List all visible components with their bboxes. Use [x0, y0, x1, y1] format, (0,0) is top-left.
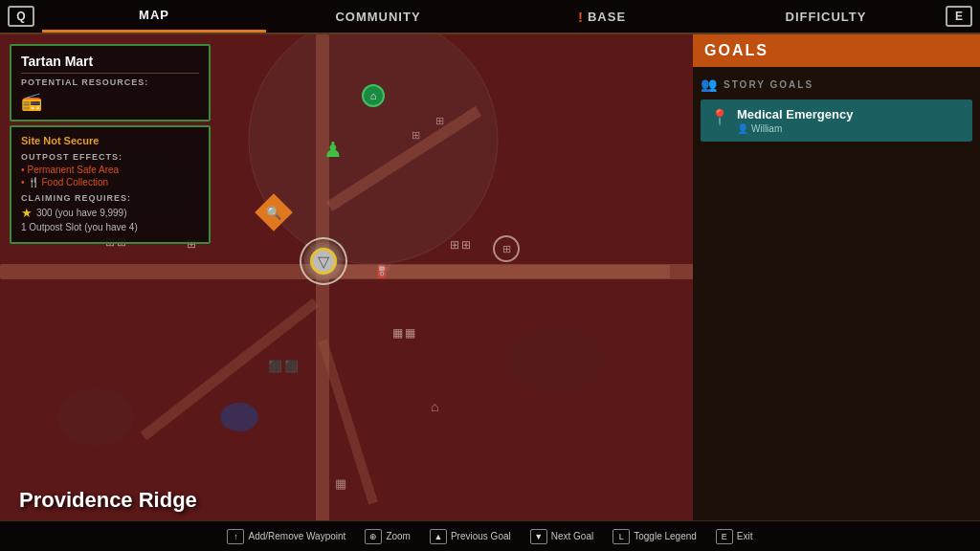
claim-outpost-slot: 1 Outpost Slot (you have 4) — [21, 222, 199, 232]
circular-building: ⊞ — [493, 235, 520, 262]
player-direction-arrow: ▽ — [318, 253, 329, 271]
bullet-icon: • — [21, 177, 25, 187]
next-goal-label: Next Goal — [551, 531, 593, 541]
svg-point-10 — [57, 388, 134, 446]
waypoint-label: Add/Remove Waypoint — [248, 531, 345, 541]
goal-pin-icon: 📍 — [710, 108, 729, 126]
waypoint-key: ↑ — [227, 529, 244, 544]
svg-point-11 — [220, 403, 258, 431]
bottom-navigation: ↑ Add/Remove Waypoint ⊕ Zoom ▲ Previous … — [0, 520, 980, 551]
location-info-box: Tartan Mart POTENTIAL RESOURCES: 📻 — [10, 44, 211, 121]
exit-label: Exit — [737, 531, 753, 541]
building-interior-icon: ⊞ — [502, 243, 511, 255]
rv-icon: ⬛ — [268, 360, 282, 373]
star-icon: ★ — [21, 206, 33, 220]
people-icon: 👥 — [701, 77, 719, 92]
toggle-legend-label: Toggle Legend — [634, 531, 697, 541]
goals-panel: GOALS 👥 STORY GOALS 📍 Medical Emergency … — [693, 34, 980, 520]
rv-cluster: ⬛ ⬛ — [268, 360, 299, 373]
prev-goal-label: Previous Goal — [451, 531, 511, 541]
map-label-cluster-2: ⊞ — [435, 111, 444, 128]
outpost-effects-label: OUTPOST EFFECTS: — [21, 152, 199, 162]
rv-icon: ⬛ — [284, 360, 299, 373]
goal-item-medical[interactable]: 📍 Medical Emergency 👤 William — [701, 99, 972, 142]
zoom-key-icon: ⊕ — [369, 532, 377, 541]
goal-title: Medical Emergency — [737, 107, 853, 121]
fuel-icon: ⛽ — [376, 264, 391, 278]
structure-icon: ▦ — [335, 476, 346, 491]
person-map-icon: ♟ — [323, 138, 343, 163]
map-label-cluster: ⊞ — [412, 125, 420, 143]
label-icon-2: ⊞ — [435, 115, 444, 126]
claim-influence: ★ 300 (you have 9,999) — [21, 206, 199, 220]
outpost-info-box: Site Not Secure OUTPOST EFFECTS: • Perma… — [10, 125, 211, 244]
bottom-prev-goal[interactable]: ▲ Previous Goal — [430, 529, 511, 544]
effect-safe-area: • Permanent Safe Area — [21, 165, 199, 175]
tab-difficulty[interactable]: Difficulty — [714, 0, 938, 33]
next-goal-key-icon: ▼ — [534, 532, 543, 541]
site-status: Site Not Secure — [21, 135, 199, 146]
food-icon: 🍴 — [28, 177, 39, 187]
location-name: Tartan Mart — [21, 54, 199, 69]
prev-goal-key: ▲ — [430, 529, 447, 544]
toggle-legend-key: L — [612, 529, 630, 544]
resources-label: POTENTIAL RESOURCES: — [21, 77, 199, 87]
building-icon: ⊞ — [461, 238, 471, 252]
goal-person: 👤 William — [737, 123, 853, 134]
claiming-section: CLAIMING REQUIRES: ★ 300 (you have 9,999… — [21, 193, 199, 232]
left-panel: Tartan Mart POTENTIAL RESOURCES: 📻 Site … — [10, 44, 211, 244]
building-cluster-4: ▦ ▦ — [392, 326, 415, 340]
store-icon: ▦ — [405, 326, 415, 340]
zoom-key: ⊕ — [365, 529, 382, 544]
e-key[interactable]: E — [946, 6, 972, 27]
bottom-zoom: ⊕ Zoom — [365, 529, 411, 544]
goal-text: Medical Emergency 👤 William — [737, 107, 853, 134]
player-marker: ▽ — [300, 237, 347, 285]
tab-community[interactable]: Community — [266, 0, 490, 33]
resource-icon-radio: 📻 — [21, 91, 199, 112]
search-icon: 🔍 — [266, 206, 281, 220]
label-icon: ⊞ — [412, 129, 420, 141]
person-icon: 👤 — [737, 123, 748, 134]
story-goals-label: 👥 STORY GOALS — [701, 77, 972, 92]
player-inner: ▽ — [310, 248, 337, 275]
map-location-name: Providence Ridge — [19, 488, 197, 513]
house-icon-map: ⌂ — [431, 398, 438, 415]
bottom-waypoint: ↑ Add/Remove Waypoint — [227, 529, 345, 544]
zoom-label: Zoom — [386, 531, 411, 541]
exit-key: E — [716, 529, 733, 544]
divider — [21, 73, 199, 74]
radio-icon: 📻 — [21, 92, 42, 111]
fuel-icon-map: ⛽ — [376, 262, 391, 279]
next-goal-key: ▼ — [530, 529, 547, 544]
base-marker[interactable]: ⌂ — [362, 84, 385, 107]
waypoint-key-icon: ↑ — [234, 532, 238, 541]
building-cluster-3: ⊞ ⊞ — [450, 238, 471, 252]
goals-header: GOALS — [693, 34, 980, 67]
house-icon: ⌂ — [431, 399, 438, 414]
svg-point-9 — [507, 326, 603, 393]
tab-base[interactable]: ! Base — [490, 0, 714, 33]
story-goals-section: 👥 STORY GOALS 📍 Medical Emergency 👤 Will… — [693, 67, 980, 151]
effect-food-collection: • 🍴 Food Collection — [21, 177, 199, 187]
building-icon-map: ▦ — [335, 474, 346, 492]
store-icon: ▦ — [392, 326, 403, 340]
top-navigation: Q Map Community ! Base Difficulty E — [0, 0, 980, 34]
bottom-next-goal[interactable]: ▼ Next Goal — [530, 529, 593, 544]
q-key[interactable]: Q — [8, 6, 34, 27]
bullet-icon: • — [21, 165, 25, 175]
building-icon: ⊞ — [450, 238, 459, 252]
tab-map[interactable]: Map — [42, 0, 266, 33]
bottom-exit[interactable]: E Exit — [716, 529, 753, 544]
bottom-toggle-legend[interactable]: L Toggle Legend — [612, 529, 697, 544]
prev-goal-key-icon: ▲ — [434, 532, 442, 541]
claiming-label: CLAIMING REQUIRES: — [21, 193, 199, 203]
